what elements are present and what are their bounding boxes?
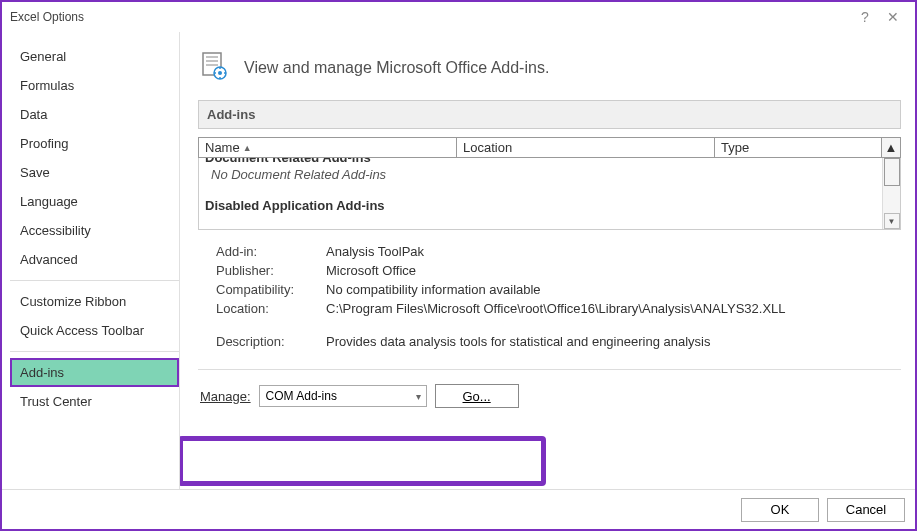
detail-val-description: Provides data analysis tools for statist… xyxy=(326,334,901,349)
sidebar: General Formulas Data Proofing Save Lang… xyxy=(10,32,180,489)
cancel-button[interactable]: Cancel xyxy=(827,498,905,522)
highlight-annotation xyxy=(180,436,546,486)
detail-key-compatibility: Compatibility: xyxy=(216,282,326,297)
detail-val-publisher: Microsoft Office xyxy=(326,263,901,278)
detail-key-description: Description: xyxy=(216,334,326,349)
close-icon[interactable]: ✕ xyxy=(879,9,907,25)
sidebar-item-add-ins[interactable]: Add-ins xyxy=(10,358,179,387)
section-disabled-application: Disabled Application Add-ins xyxy=(203,184,896,215)
addins-section-label: Add-ins xyxy=(198,100,901,129)
sidebar-item-data[interactable]: Data xyxy=(10,100,179,129)
sidebar-item-accessibility[interactable]: Accessibility xyxy=(10,216,179,245)
sidebar-item-trust-center[interactable]: Trust Center xyxy=(10,387,179,416)
sidebar-item-proofing[interactable]: Proofing xyxy=(10,129,179,158)
sidebar-item-save[interactable]: Save xyxy=(10,158,179,187)
sidebar-item-advanced[interactable]: Advanced xyxy=(10,245,179,274)
scroll-down-button[interactable]: ▼ xyxy=(884,213,900,229)
sort-asc-icon: ▲ xyxy=(243,143,252,153)
addins-list[interactable]: Document Related Add-ins No Document Rel… xyxy=(198,158,901,230)
window-title: Excel Options xyxy=(10,10,84,24)
no-document-related-addins: No Document Related Add-ins xyxy=(203,165,896,184)
column-name[interactable]: Name▲ xyxy=(199,138,457,157)
sidebar-item-formulas[interactable]: Formulas xyxy=(10,71,179,100)
detail-val-addin: Analysis ToolPak xyxy=(326,244,901,259)
addins-icon xyxy=(198,50,230,86)
help-icon[interactable]: ? xyxy=(851,9,879,25)
manage-label: Manage: xyxy=(200,389,251,404)
detail-val-compatibility: No compatibility information available xyxy=(326,282,901,297)
manage-dropdown[interactable]: COM Add-ins xyxy=(259,385,427,407)
detail-key-addin: Add-in: xyxy=(216,244,326,259)
detail-key-location: Location: xyxy=(216,301,326,316)
sidebar-item-general[interactable]: General xyxy=(10,42,179,71)
section-document-related: Document Related Add-ins xyxy=(203,158,896,165)
sidebar-item-quick-access-toolbar[interactable]: Quick Access Toolbar xyxy=(10,316,179,345)
ok-button[interactable]: OK xyxy=(741,498,819,522)
addins-table-header: Name▲ Location Type ▲ xyxy=(198,137,901,158)
go-button[interactable]: Go... xyxy=(435,384,519,408)
detail-key-publisher: Publisher: xyxy=(216,263,326,278)
sidebar-item-customize-ribbon[interactable]: Customize Ribbon xyxy=(10,287,179,316)
column-location[interactable]: Location xyxy=(457,138,715,157)
scroll-thumb[interactable] xyxy=(884,158,900,186)
page-heading: View and manage Microsoft Office Add-ins… xyxy=(244,59,549,77)
svg-point-5 xyxy=(218,71,222,75)
detail-val-location: C:\Program Files\Microsoft Office\root\O… xyxy=(326,301,901,316)
column-type[interactable]: Type xyxy=(715,138,882,157)
scroll-up-button[interactable]: ▲ xyxy=(882,138,900,157)
addin-details: Add-in:Analysis ToolPak Publisher:Micros… xyxy=(198,242,901,351)
sidebar-item-language[interactable]: Language xyxy=(10,187,179,216)
